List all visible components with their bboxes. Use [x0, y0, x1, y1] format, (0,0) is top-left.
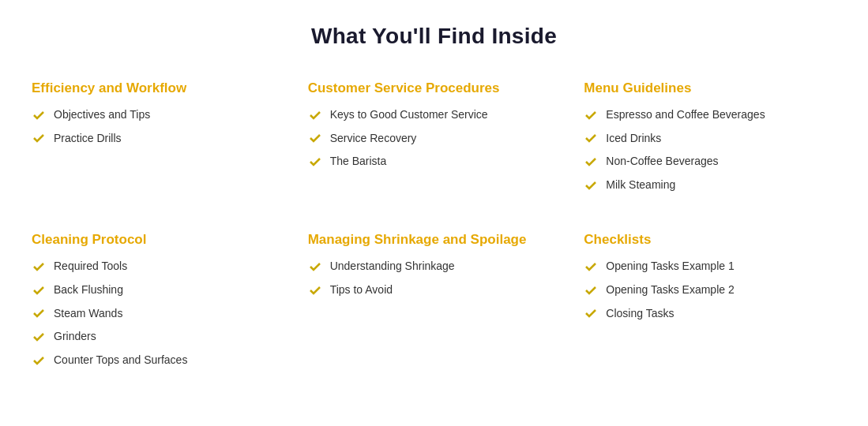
section-title-efficiency-workflow: Efficiency and Workflow	[32, 80, 284, 96]
check-list-customer-service: Keys to Good Customer ServiceService Rec…	[308, 107, 561, 170]
section-title-customer-service: Customer Service Procedures	[308, 80, 561, 96]
list-item-text: Required Tools	[54, 259, 127, 275]
list-item-text: Keys to Good Customer Service	[330, 107, 488, 123]
check-list-efficiency-workflow: Objectives and TipsPractice Drills	[32, 107, 284, 146]
list-item-text: Grinders	[54, 329, 96, 345]
list-item: Espresso and Coffee Beverages	[584, 107, 836, 123]
list-item-text: Understanding Shrinkage	[330, 259, 455, 275]
section-customer-service: Customer Service ProceduresKeys to Good …	[308, 80, 561, 200]
list-item: Back Flushing	[32, 282, 284, 298]
checkmark-icon	[32, 260, 46, 274]
checkmark-icon	[32, 353, 46, 368]
list-item: Required Tools	[32, 259, 284, 275]
checkmark-icon	[32, 330, 46, 344]
list-item-text: Opening Tasks Example 2	[606, 282, 734, 298]
check-list-checklists: Opening Tasks Example 1Opening Tasks Exa…	[584, 259, 836, 321]
list-item: Tips to Avoid	[308, 282, 561, 298]
list-item-text: Closing Tasks	[606, 306, 674, 322]
list-item-text: Service Recovery	[330, 131, 417, 147]
checkmark-icon	[308, 108, 322, 122]
section-title-cleaning-protocol: Cleaning Protocol	[32, 232, 284, 248]
list-item: Grinders	[32, 329, 284, 345]
list-item: Opening Tasks Example 2	[584, 282, 836, 298]
section-managing-shrinkage: Managing Shrinkage and SpoilageUnderstan…	[308, 232, 561, 376]
checkmark-icon	[584, 108, 598, 122]
list-item: Iced Drinks	[584, 131, 836, 147]
section-menu-guidelines: Menu GuidelinesEspresso and Coffee Bever…	[584, 80, 836, 200]
checkmark-icon	[584, 283, 598, 297]
list-item-text: Iced Drinks	[606, 131, 661, 147]
list-item-text: Non-Coffee Beverages	[606, 154, 718, 170]
list-item: Service Recovery	[308, 131, 561, 147]
check-list-menu-guidelines: Espresso and Coffee BeveragesIced Drinks…	[584, 107, 836, 192]
list-item-text: Tips to Avoid	[330, 282, 393, 298]
list-item: Steam Wands	[32, 306, 284, 322]
list-item: The Barista	[308, 154, 561, 170]
checkmark-icon	[584, 131, 598, 145]
checkmark-icon	[584, 178, 598, 192]
list-item-text: Counter Tops and Surfaces	[54, 353, 187, 368]
list-item: Opening Tasks Example 1	[584, 259, 836, 275]
section-title-managing-shrinkage: Managing Shrinkage and Spoilage	[308, 232, 561, 248]
checkmark-icon	[32, 131, 46, 145]
checkmark-icon	[32, 283, 46, 297]
list-item: Milk Steaming	[584, 178, 836, 193]
list-item: Practice Drills	[32, 131, 284, 147]
section-checklists: ChecklistsOpening Tasks Example 1Opening…	[584, 232, 836, 376]
list-item-text: The Barista	[330, 154, 387, 170]
checkmark-icon	[308, 260, 322, 274]
section-cleaning-protocol: Cleaning ProtocolRequired ToolsBack Flus…	[32, 232, 284, 376]
list-item: Keys to Good Customer Service	[308, 107, 561, 123]
list-item: Understanding Shrinkage	[308, 259, 561, 275]
checkmark-icon	[308, 283, 322, 297]
check-list-cleaning-protocol: Required ToolsBack FlushingSteam WandsGr…	[32, 259, 284, 368]
list-item-text: Milk Steaming	[606, 178, 675, 193]
page-title: What You'll Find Inside	[32, 24, 836, 49]
list-item: Non-Coffee Beverages	[584, 154, 836, 170]
sections-grid: Efficiency and WorkflowObjectives and Ti…	[32, 80, 836, 376]
list-item-text: Practice Drills	[54, 131, 122, 147]
list-item: Counter Tops and Surfaces	[32, 353, 284, 368]
checkmark-icon	[32, 108, 46, 122]
main-container: What You'll Find Inside Efficiency and W…	[32, 24, 836, 376]
list-item-text: Objectives and Tips	[54, 107, 150, 123]
section-efficiency-workflow: Efficiency and WorkflowObjectives and Ti…	[32, 80, 284, 200]
checkmark-icon	[308, 131, 322, 145]
checkmark-icon	[584, 306, 598, 320]
checkmark-icon	[584, 155, 598, 169]
list-item-text: Steam Wands	[54, 306, 122, 322]
checkmark-icon	[584, 260, 598, 274]
list-item: Closing Tasks	[584, 306, 836, 322]
list-item-text: Opening Tasks Example 1	[606, 259, 734, 275]
section-title-menu-guidelines: Menu Guidelines	[584, 80, 836, 96]
list-item-text: Back Flushing	[54, 282, 123, 298]
checkmark-icon	[32, 306, 46, 320]
list-item-text: Espresso and Coffee Beverages	[606, 107, 765, 123]
section-title-checklists: Checklists	[584, 232, 836, 248]
check-list-managing-shrinkage: Understanding ShrinkageTips to Avoid	[308, 259, 561, 297]
list-item: Objectives and Tips	[32, 107, 284, 123]
checkmark-icon	[308, 155, 322, 169]
